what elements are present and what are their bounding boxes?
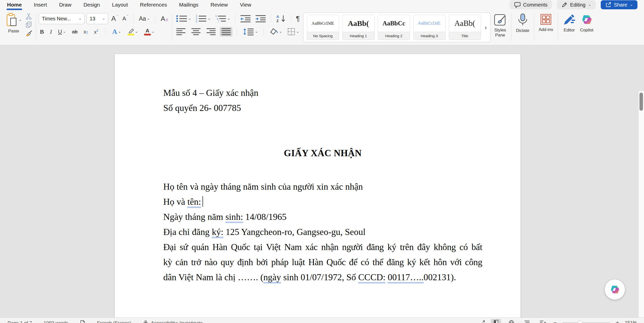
justify-button[interactable] xyxy=(220,27,232,36)
vertical-scrollbar[interactable] xyxy=(638,91,644,317)
shrink-font-button[interactable]: Aˇ xyxy=(121,14,130,23)
style-card-heading-1[interactable]: AaBb(Heading 1 xyxy=(342,15,375,40)
editor-button[interactable]: Editor xyxy=(560,13,578,33)
zoom-percentage[interactable]: 151% xyxy=(625,320,637,323)
sort-button[interactable]: AZ xyxy=(275,13,287,24)
draft-view-button[interactable] xyxy=(538,319,548,323)
style-card-no-spacing[interactable]: AaBbCcDdENo Spacing xyxy=(307,15,339,40)
style-label: Heading 3 xyxy=(414,32,445,40)
comments-button[interactable]: Comments xyxy=(510,0,552,9)
mini-divider xyxy=(133,14,134,23)
text-run: 002131). xyxy=(424,272,456,282)
style-label: Heading 1 xyxy=(343,32,374,40)
gallery-next-icon[interactable]: › xyxy=(485,24,487,31)
proofing-status-icon[interactable] xyxy=(80,320,85,323)
change-case-button[interactable]: Aa⌄ xyxy=(138,14,151,23)
style-card-title[interactable]: AaBb(Title xyxy=(449,15,481,40)
web-layout-view-button[interactable] xyxy=(506,319,516,323)
menu-tab-view[interactable]: View xyxy=(239,0,252,9)
document-title[interactable]: GIẤY XÁC NHẬN xyxy=(163,146,482,161)
accessibility-status[interactable]: Accessibility: Investigate xyxy=(151,320,203,323)
styles-pane-button[interactable]: Styles Pane xyxy=(492,13,509,38)
paste-button[interactable]: ⌄ Paste xyxy=(4,12,24,37)
font-color-icon: A xyxy=(144,28,151,35)
copilot-button[interactable]: Copilot xyxy=(578,13,595,33)
text-effects-button[interactable]: A⌄ xyxy=(111,27,123,37)
zoom-in-icon[interactable]: + xyxy=(616,319,619,323)
word-count[interactable]: 1093 words xyxy=(44,320,68,323)
scrollbar-thumb[interactable] xyxy=(639,93,643,111)
align-left-button[interactable] xyxy=(175,27,187,36)
bold-button[interactable]: B xyxy=(39,27,45,36)
show-formatting-marks-button[interactable]: ¶ xyxy=(295,14,301,24)
borders-button[interactable]: ⌄ xyxy=(286,27,301,37)
menu-tab-layout[interactable]: Layout xyxy=(111,0,128,9)
svg-text:2: 2 xyxy=(196,17,197,20)
add-ins-label: Add-ins xyxy=(539,27,553,32)
format-painter-button[interactable] xyxy=(24,29,33,37)
document-text[interactable]: Mẫu số 4 – Giấy xác nhậnSố quyển 26- 007… xyxy=(163,85,482,285)
decrease-indent-button[interactable] xyxy=(239,14,252,24)
document-line[interactable]: Mẫu số 4 – Giấy xác nhận xyxy=(163,85,482,100)
document-line[interactable]: Địa chỉ đăng ký: 125 Yangcheon-ro, Gangs… xyxy=(163,224,482,239)
document-line[interactable] xyxy=(163,131,482,146)
shading-button[interactable]: ⌄ xyxy=(268,27,284,37)
outline-view-button[interactable] xyxy=(522,319,532,323)
style-card-heading-3[interactable]: AaBbCcDdEHeading 3 xyxy=(413,15,446,40)
style-preview: AaBb( xyxy=(343,15,374,32)
zoom-slider-knob[interactable] xyxy=(578,320,582,323)
document-line[interactable]: Đại sứ quán Hàn Quốc tại Việt Nam xác nh… xyxy=(163,239,482,255)
document-line[interactable] xyxy=(163,161,482,176)
clear-formatting-button[interactable]: A◊ xyxy=(159,14,169,24)
grammar-underlined-text: ngày xyxy=(263,272,281,283)
strikethrough-button[interactable]: ab xyxy=(71,28,79,36)
superscript-button[interactable]: x2 xyxy=(93,28,100,36)
document-line[interactable] xyxy=(163,115,482,131)
document-line[interactable]: kỳ cản trở nào quy định bởi pháp luật Hà… xyxy=(163,255,482,270)
menu-tab-review[interactable]: Review xyxy=(210,0,228,9)
text-run xyxy=(385,272,388,282)
bullets-button[interactable]: ⌄ xyxy=(175,14,193,24)
add-ins-button[interactable]: Add-ins xyxy=(537,13,555,33)
italic-button[interactable]: I xyxy=(49,27,53,36)
text-run: Ngày tháng năm xyxy=(163,212,225,222)
menu-tab-mailings[interactable]: Mailings xyxy=(179,0,199,9)
numbering-button[interactable]: 123 ⌄ xyxy=(194,14,212,24)
dictate-button[interactable]: Dictate xyxy=(514,13,531,34)
document-line[interactable]: Ngày tháng năm sinh: 14/08/1965 xyxy=(163,209,482,224)
increase-indent-button[interactable] xyxy=(254,14,267,24)
document-line[interactable]: dân Việt Nam là chị ……. (ngày sinh 01/07… xyxy=(163,270,482,285)
menu-tab-draw[interactable]: Draw xyxy=(59,0,72,9)
document-line[interactable]: Số quyển 26- 007785 xyxy=(163,100,482,115)
text-highlight-button[interactable]: ⌄ xyxy=(126,27,140,36)
menu-tab-insert[interactable]: Insert xyxy=(33,0,48,9)
align-right-button[interactable] xyxy=(205,27,217,36)
underline-button[interactable]: U⌄ xyxy=(57,27,67,36)
multilevel-list-button[interactable]: 1ai ⌄ xyxy=(214,14,232,24)
share-button[interactable]: Share ⌄ xyxy=(601,0,637,9)
style-card-heading-2[interactable]: AaBbCcHeading 2 xyxy=(378,15,410,40)
add-ins-icon xyxy=(540,13,552,26)
grow-font-button[interactable]: Aˆ xyxy=(110,14,119,24)
document-line[interactable]: Họ và tên: xyxy=(163,194,482,209)
zoom-out-icon[interactable]: − xyxy=(553,319,557,323)
copy-button[interactable] xyxy=(24,21,33,29)
font-color-button[interactable]: A ⌄ xyxy=(143,27,156,36)
print-layout-view-button[interactable] xyxy=(491,319,501,323)
menu-tab-design[interactable]: Design xyxy=(83,0,100,9)
language-indicator[interactable]: French (France) xyxy=(97,320,131,323)
font-size-select[interactable]: 13 ⌄ xyxy=(87,13,108,24)
focus-mode-icon[interactable] xyxy=(480,320,485,323)
subscript-button[interactable]: x2 xyxy=(82,28,89,36)
copilot-floating-button[interactable] xyxy=(605,279,625,300)
menu-tab-references[interactable]: References xyxy=(139,0,167,9)
menu-tab-home[interactable]: Home xyxy=(7,0,22,9)
page-indicator[interactable]: Page 1 of 7 xyxy=(8,320,32,323)
editing-mode-button[interactable]: Editing ⌄ xyxy=(557,0,596,9)
document-page[interactable]: Mẫu số 4 – Giấy xác nhậnSố quyển 26- 007… xyxy=(115,54,520,317)
cut-button[interactable] xyxy=(24,12,33,20)
document-line[interactable]: Họ tên và ngày tháng năm sinh của người … xyxy=(163,179,482,194)
line-spacing-button[interactable]: ⌄ xyxy=(242,27,259,37)
align-center-button[interactable] xyxy=(190,27,202,36)
font-name-select[interactable]: Times New... ⌄ xyxy=(39,13,85,24)
